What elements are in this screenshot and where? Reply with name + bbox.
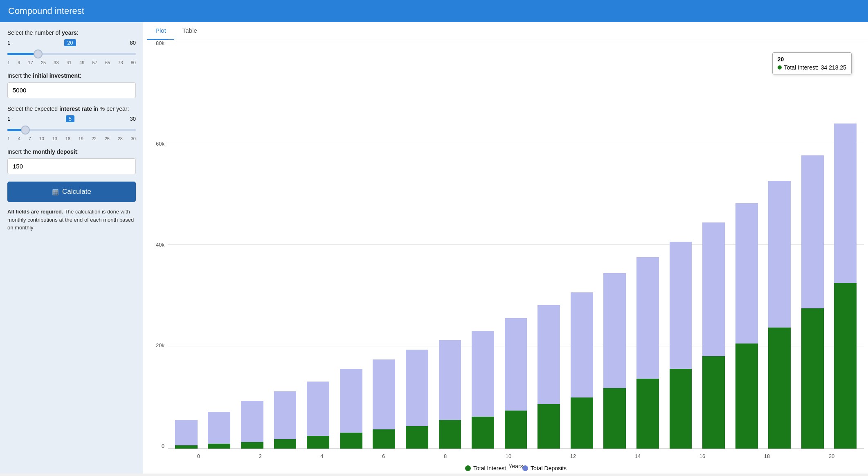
x-label-2: 2 [259,453,262,459]
chart-legend: Total Interest Total Deposits [168,465,864,472]
bar-group-year-6 [367,40,400,449]
plot-area: 20 Total Interest: 34 218.25 [168,40,864,449]
bar-group-year-2 [236,40,269,449]
bar-interest-year-11 [537,404,560,449]
y-label-20k: 20k [156,342,164,348]
bar-interest-year-12 [571,397,593,449]
bar-group-year-12 [565,40,598,449]
years-label: Select the number of years: [7,29,136,36]
years-ticks: 1 9 17 25 33 41 49 57 65 73 80 [7,60,136,65]
years-slider-wrap[interactable] [7,49,136,58]
tabs-row: Plot Table [143,22,868,40]
main-layout: Select the number of years: 1 20 80 1 9 … [0,22,868,474]
x-label-14: 14 [635,453,641,459]
bar-deposits-year-10 [505,318,527,411]
bar-deposits-year-15 [670,242,692,369]
bar-interest-year-15 [670,369,692,449]
x-label-0: 0 [197,453,200,459]
rate-slider-values: 1 5 30 [7,115,136,122]
bar-group-year-20 [829,40,862,449]
years-slider-values: 1 20 80 [7,39,136,46]
years-slider-track [7,53,136,55]
y-label-60k: 60k [156,141,164,147]
rate-max-label: 30 [130,116,136,122]
bar-interest-year-13 [603,388,626,449]
x-label-18: 18 [764,453,770,459]
bar-deposits-year-11 [537,305,560,404]
bar-interest-year-0 [175,445,198,449]
tooltip-interest-label: Total Interest: [784,64,819,71]
bar-interest-year-16 [702,356,725,449]
bar-group-year-13 [598,40,632,449]
bar-deposits-year-0 [175,420,198,445]
chart-wrapper: 0 20k 40k 60k 80k 20 [143,40,868,474]
bar-group-year-17 [730,40,763,449]
bars-container [168,40,864,449]
bar-interest-year-9 [472,417,494,449]
bar-group-year-4 [301,40,335,449]
bar-interest-year-1 [208,444,230,449]
bar-group-year-10 [499,40,533,449]
legend-interest: Total Interest [465,465,506,472]
tab-table[interactable]: Table [174,22,205,40]
legend-interest-label: Total Interest [473,465,506,472]
y-label-80k: 80k [156,40,164,46]
rate-min-label: 1 [7,116,10,122]
bar-group-year-15 [664,40,697,449]
tooltip-dot [778,65,782,70]
bar-deposits-year-18 [768,181,791,327]
legend-deposits-dot [522,465,528,471]
rate-current-value: 5 [66,115,74,122]
x-label-16: 16 [699,453,705,459]
investment-label: Insert the initial investment: [7,72,136,79]
bar-deposits-year-1 [208,412,230,444]
bar-deposits-year-16 [702,222,725,356]
bar-interest-year-3 [274,439,297,449]
bar-deposits-year-17 [735,203,758,344]
years-slider-knob[interactable] [34,49,43,58]
tab-plot[interactable]: Plot [147,22,174,40]
bar-interest-year-19 [801,308,824,449]
x-label-4: 4 [320,453,323,459]
x-axis: 0 2 4 6 8 10 12 14 16 18 20 [168,453,864,459]
x-label-12: 12 [570,453,576,459]
x-label-8: 8 [444,453,447,459]
bar-group-year-1 [203,40,236,449]
sidebar: Select the number of years: 1 20 80 1 9 … [0,22,143,474]
bar-group-year-8 [434,40,467,449]
tooltip-interest-value: 34 218.25 [821,64,846,71]
years-field-group: Select the number of years: 1 20 80 1 9 … [7,29,136,65]
bar-group-year-11 [532,40,565,449]
calculate-button[interactable]: ▦ Calculate [7,182,136,202]
tooltip-year: 20 [778,56,846,63]
bar-group-year-16 [697,40,730,449]
x-label-10: 10 [506,453,511,459]
bar-deposits-year-3 [274,391,297,439]
monthly-input[interactable] [7,158,136,174]
monthly-field-group: Insert the monthly deposit: [7,148,136,174]
rate-slider-knob[interactable] [21,126,30,135]
bar-interest-year-17 [735,344,758,449]
bar-deposits-year-13 [603,273,626,388]
bar-deposits-year-8 [439,340,461,420]
bar-interest-year-8 [439,420,461,449]
bar-deposits-year-12 [571,292,593,397]
app-header: Compound interest [0,0,868,22]
bar-interest-year-14 [636,379,659,449]
bar-group-year-19 [796,40,829,449]
bar-interest-year-4 [307,436,329,449]
rate-field-group: Select the expected interest rate in % p… [7,106,136,141]
rate-label: Select the expected interest rate in % p… [7,106,136,112]
bar-group-year-9 [466,40,499,449]
y-axis: 0 20k 40k 60k 80k [143,40,168,449]
bar-deposits-year-20 [834,123,857,283]
rate-slider-wrap[interactable] [7,126,136,135]
investment-input[interactable] [7,82,136,98]
years-min-label: 1 [7,40,10,46]
rate-ticks: 1 4 7 10 13 16 19 22 25 28 30 [7,136,136,141]
x-label-6: 6 [382,453,385,459]
bar-deposits-year-9 [472,331,494,417]
bar-interest-year-10 [505,411,527,449]
legend-deposits-label: Total Deposits [531,465,567,472]
monthly-label: Insert the monthly deposit: [7,148,136,155]
